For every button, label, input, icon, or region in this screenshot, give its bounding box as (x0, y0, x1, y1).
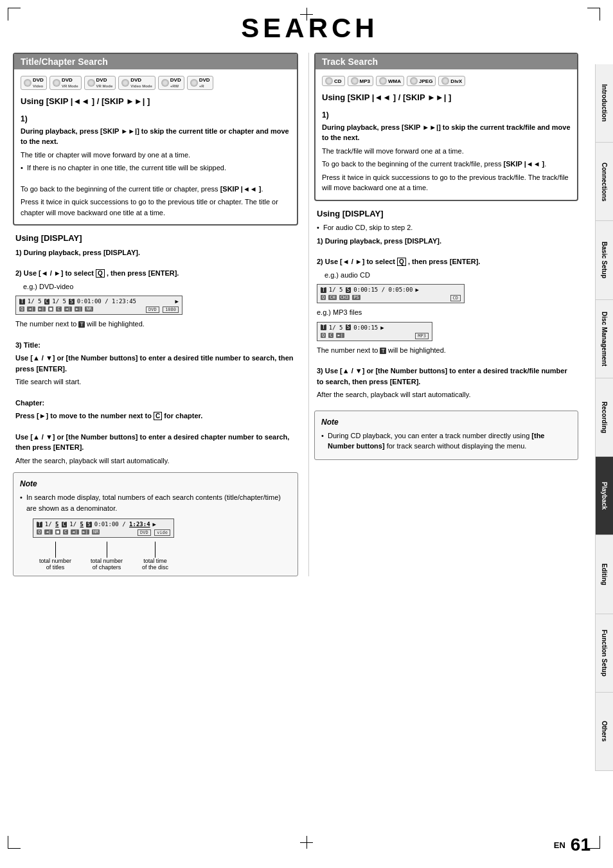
sidebar-tab-function-setup[interactable]: Function Setup (596, 614, 613, 693)
disc-circle (24, 79, 31, 87)
note-title-right: Note (321, 416, 571, 428)
step1-right-detail1: The track/file will move forward one at … (322, 146, 571, 157)
mp3-screen-row1: T 1/ 5 S 0:00:15 ▶ (321, 324, 429, 331)
dvd-vr-icon: DVDVR Mode (49, 76, 82, 90)
display-step2-sub-left: e.g.) DVD-video (15, 281, 296, 292)
crosshair-bottom (300, 836, 313, 849)
step1-right-bold: During playback, press [SKIP ►►|] to ski… (322, 122, 571, 143)
chapter-sub: After the search, playback will start au… (15, 456, 296, 466)
mp3-icon: MP3 (348, 76, 373, 86)
display-step2-sub-right: e.g.) audio CD (317, 270, 576, 281)
page-language: EN (554, 840, 565, 850)
dvd-vr2-icon: DVDVR Mode (84, 76, 116, 90)
display-step1-right: 1) During playback, press [DISPLAY]. (317, 236, 576, 247)
disc-circle (121, 79, 129, 87)
step1-left-bullet1: If there is no chapter in one title, the… (21, 163, 290, 173)
step1-right-detail2: To go back to the beginning of the curre… (322, 159, 571, 170)
step1-right-detail3: Press it twice in quick successions to g… (322, 172, 571, 193)
display-step2-right: 2) Use [◄ / ►] to select Q , then press … (317, 256, 576, 267)
total-chapters-label: total number of chapters (91, 542, 123, 571)
title-chapter-search-section: Title/Chapter Search DVDVideo DVDVR Mode (13, 53, 298, 226)
title-chapter-search-content: DVDVideo DVDVR Mode DVDVR Mode DVDV (14, 69, 297, 224)
highlight-text-left: The number next to T will be highlighted… (15, 319, 296, 330)
cd-icon: CD (322, 76, 345, 86)
wma-icon: WMA (376, 76, 404, 86)
using-skip-left-title: Using [SKIP |◄◄ ] / [SKIP ►►| ] (21, 95, 290, 108)
disc-circle (161, 79, 169, 87)
sidebar-tab-others[interactable]: Others (596, 693, 613, 771)
corner-mark-tl (8, 8, 21, 21)
sidebar-tab-introduction[interactable]: Introduction (596, 64, 613, 143)
dvd-screen-row1: T 1/ 5 C 1/ 5 S 0:01:00 / 1:23:45 ▶ (19, 298, 179, 305)
track-search-section: Track Search CD MP3 (314, 53, 578, 201)
display-step2-left: 2) Use [◄ / ►] to select Q , then press … (15, 268, 296, 279)
using-display-right: Using [DISPLAY] For audio CD, skip to st… (314, 208, 578, 400)
using-skip-right-title: Using [SKIP |◄◄ ] / [SKIP ►►| ] (322, 91, 571, 104)
disc-circle (190, 79, 198, 87)
note-bullet-left: In search mode display, total numbers of… (20, 492, 291, 513)
sidebar-tab-playback[interactable]: Playback (596, 457, 613, 535)
sidebar-tab-basic-setup[interactable]: Basic Setup (596, 221, 613, 299)
mp3-label: e.g.) MP3 files (317, 307, 576, 318)
step1-left-detail1: The title or chapter will move forward b… (21, 150, 290, 161)
note-title-left: Note (20, 478, 291, 490)
note-diagram: T 1/ 5 C 1/ 5 S 0:01:00 / 1:23:4 ▶ Q ◄| … (33, 518, 291, 571)
dvd-screen-mockup: T 1/ 5 C 1/ 5 S 0:01:00 / 1:23:45 ▶ Q ◄|… (15, 296, 182, 315)
crosshair-top (300, 8, 313, 21)
jpeg-icon: JPEG (407, 76, 436, 86)
content-area: Title/Chapter Search DVDVideo DVDVR Mode (13, 53, 607, 576)
page-number-area: EN 61 (554, 835, 591, 855)
sidebar-tab-editing[interactable]: Editing (596, 535, 613, 614)
display-step1-left: 1) During playback, press [DISPLAY]. (15, 247, 296, 258)
total-titles-label: total number of titles (39, 542, 71, 571)
mp3-screen-row2: Q C ►| MP3 (321, 332, 429, 339)
dvd-screen-row2: Q ◄| ►| ■ C ◄| ►| NR DVD 1080 (19, 306, 179, 312)
disc-icons-right: CD MP3 WMA JPEG (322, 76, 571, 86)
sidebar: Introduction Connections Basic Setup Dis… (595, 64, 613, 771)
corner-mark-bl (8, 836, 21, 849)
right-column: Track Search CD MP3 (308, 53, 578, 576)
mp3-screen-mockup: T 1/ 5 S 0:00:15 ▶ Q C ►| MP3 (317, 322, 432, 341)
using-display-right-title: Using [DISPLAY] (317, 208, 576, 220)
note-box-right: Note During CD playback, you can enter a… (314, 411, 578, 460)
note-bullet-right: During CD playback, you can enter a trac… (321, 430, 571, 452)
disc-icons-left: DVDVideo DVDVR Mode DVDVR Mode DVDV (21, 76, 290, 90)
step3-title-label: 3) Title: (15, 340, 296, 351)
using-display-left-title: Using [DISPLAY] (15, 232, 296, 245)
disc-circle (53, 79, 60, 87)
step3-right-bold: 3) Use [▲ / ▼] or [the Number buttons] t… (317, 366, 576, 387)
using-display-left: Using [DISPLAY] 1) During playback, pres… (13, 232, 298, 466)
step3-title-bold: Use [▲ / ▼] or [the Number buttons] to e… (15, 353, 296, 374)
divx-icon: DivX (438, 76, 465, 86)
highlight-text-right: The number next to T will be highlighted… (317, 345, 576, 356)
step1-right-label: 1) (322, 109, 571, 121)
chapter-bold2: Use [▲ / ▼] or [the Number buttons] to e… (15, 432, 296, 453)
cd-screen-row1: T 1/ 5 S 0:00:15 / 0:05:00 ▶ (321, 287, 461, 293)
dvd-video-icon: DVDVideo (21, 76, 47, 90)
note-screen-row2: Q ◄| ■ C ◄| ►| NR DVD vide (37, 529, 170, 535)
note-screen: T 1/ 5 C 1/ 5 S 0:01:00 / 1:23:4 ▶ Q ◄| … (33, 518, 174, 538)
step1-left-label: 1) (21, 113, 290, 125)
sidebar-tab-disc-management[interactable]: Disc Management (596, 300, 613, 378)
title-chapter-search-header: Title/Chapter Search (14, 54, 297, 69)
page: SEARCH Title/Chapter Search DVDVideo (0, 0, 613, 868)
note-box-left: Note In search mode display, total numbe… (13, 472, 298, 576)
dvd-plusrw-icon: DVD+RW (158, 76, 184, 90)
diagram-labels: total number of titles total number of c… (33, 542, 291, 571)
corner-mark-tr (587, 8, 600, 21)
page-number: 61 (571, 835, 591, 855)
note-screen-row1: T 1/ 5 C 1/ 5 S 0:01:00 / 1:23:4 ▶ (37, 521, 170, 527)
total-time-label: total time of the disc (142, 542, 168, 571)
disc-circle (87, 79, 95, 87)
left-column: Title/Chapter Search DVDVideo DVDVR Mode (13, 53, 308, 576)
sidebar-tab-connections[interactable]: Connections (596, 143, 613, 221)
chapter-label: Chapter: (15, 398, 296, 409)
chapter-bold1: Press [►] to move to the number next to … (15, 411, 296, 421)
dvd-plusr-icon: DVD+R (187, 76, 213, 90)
step1-left-detail2: To go back to the beginning of the curre… (21, 184, 290, 195)
track-search-header: Track Search (315, 54, 577, 69)
step3-title-sub: Title search will start. (15, 376, 296, 387)
cd-screen-row2: Q CH CH3 PS CD (321, 294, 461, 301)
sidebar-tab-recording[interactable]: Recording (596, 378, 613, 457)
step1-left-detail3: Press it twice in quick successions to g… (21, 197, 290, 218)
